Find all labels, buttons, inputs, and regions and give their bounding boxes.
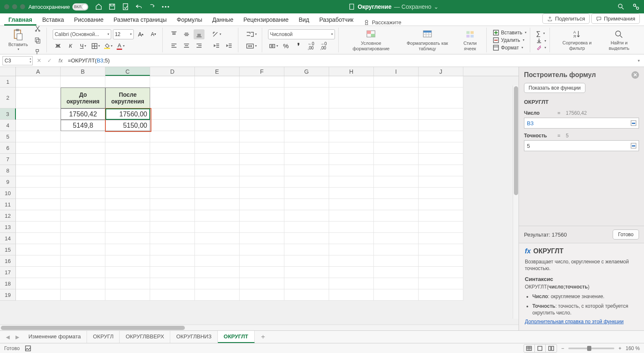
clear-icon[interactable]: ▾ bbox=[536, 44, 546, 50]
decrease-decimal-icon[interactable]: →0,00 bbox=[318, 41, 329, 51]
cell[interactable] bbox=[150, 154, 195, 165]
cell[interactable] bbox=[374, 165, 419, 176]
cell[interactable] bbox=[16, 142, 61, 154]
cell[interactable] bbox=[195, 267, 240, 278]
column-header[interactable]: C bbox=[105, 67, 150, 76]
cell[interactable] bbox=[374, 188, 419, 199]
cell[interactable] bbox=[419, 210, 463, 222]
cell[interactable] bbox=[240, 199, 284, 210]
cell[interactable] bbox=[195, 255, 240, 267]
cell[interactable] bbox=[374, 176, 419, 188]
page-layout-view-icon[interactable] bbox=[535, 345, 546, 352]
cell[interactable] bbox=[195, 199, 240, 210]
cell[interactable] bbox=[240, 244, 284, 255]
expand-formula-bar-icon[interactable]: ▾ bbox=[638, 58, 641, 63]
cell[interactable] bbox=[16, 176, 61, 188]
increase-decimal-icon[interactable]: ←0,00 bbox=[306, 41, 317, 51]
align-center-icon[interactable] bbox=[181, 41, 192, 51]
cell[interactable] bbox=[150, 188, 195, 199]
sheet-tab[interactable]: ОКРУГЛВВЕРХ bbox=[120, 331, 170, 343]
align-bottom-icon[interactable] bbox=[194, 29, 204, 39]
cell[interactable] bbox=[105, 210, 150, 222]
cell[interactable] bbox=[61, 176, 105, 188]
cell[interactable] bbox=[284, 142, 329, 154]
cell[interactable] bbox=[16, 120, 61, 131]
row-header[interactable]: 1 bbox=[0, 76, 16, 88]
row-header[interactable]: 8 bbox=[0, 165, 16, 176]
cell[interactable] bbox=[195, 76, 240, 88]
cell[interactable] bbox=[329, 289, 374, 301]
column-header[interactable]: E bbox=[195, 67, 240, 76]
cell[interactable] bbox=[284, 289, 329, 301]
row-header[interactable]: 16 bbox=[0, 255, 16, 267]
cell[interactable] bbox=[150, 255, 195, 267]
cell[interactable] bbox=[284, 88, 329, 108]
cell[interactable] bbox=[419, 244, 463, 255]
cell[interactable] bbox=[61, 188, 105, 199]
cell[interactable] bbox=[374, 222, 419, 233]
cell[interactable] bbox=[105, 142, 150, 154]
delete-cells-button[interactable]: Удалить▾ bbox=[493, 37, 526, 44]
cell[interactable] bbox=[105, 188, 150, 199]
cell-styles-button[interactable]: Стили ячеек bbox=[457, 28, 483, 52]
arg2-input[interactable]: 5 bbox=[524, 140, 639, 151]
cell[interactable] bbox=[105, 244, 150, 255]
align-left-icon[interactable] bbox=[169, 41, 179, 51]
horizontal-scrollbar[interactable] bbox=[0, 325, 519, 330]
row-header[interactable]: 5 bbox=[0, 131, 16, 142]
cell[interactable] bbox=[61, 222, 105, 233]
row-header[interactable]: 6 bbox=[0, 142, 16, 154]
column-header[interactable]: B bbox=[61, 67, 105, 76]
cell[interactable] bbox=[374, 289, 419, 301]
cell[interactable] bbox=[419, 142, 463, 154]
fill-color-icon[interactable]: ▾ bbox=[103, 41, 114, 51]
cell[interactable] bbox=[16, 278, 61, 289]
cell[interactable] bbox=[374, 267, 419, 278]
cell[interactable] bbox=[150, 278, 195, 289]
cell[interactable] bbox=[150, 108, 195, 120]
cell[interactable] bbox=[150, 142, 195, 154]
comments-button[interactable]: Примечания bbox=[591, 13, 640, 24]
cell[interactable] bbox=[16, 210, 61, 222]
formula-input[interactable]: =ОКРУГЛТ(B3;5) bbox=[68, 57, 110, 64]
sort-filter-button[interactable]: АЯ Сортировка и фильтр bbox=[556, 28, 598, 51]
undo-icon[interactable] bbox=[135, 3, 143, 10]
cell[interactable] bbox=[16, 244, 61, 255]
cell[interactable] bbox=[105, 255, 150, 267]
cell[interactable] bbox=[374, 278, 419, 289]
borders-icon[interactable]: ▾ bbox=[90, 41, 101, 51]
cell[interactable] bbox=[329, 154, 374, 165]
cell[interactable] bbox=[329, 233, 374, 244]
cell[interactable]: 5149,8 bbox=[61, 120, 105, 131]
cell[interactable] bbox=[240, 222, 284, 233]
cell[interactable] bbox=[329, 267, 374, 278]
cell[interactable] bbox=[284, 278, 329, 289]
cell[interactable] bbox=[61, 267, 105, 278]
cell[interactable] bbox=[284, 131, 329, 142]
column-headers[interactable]: ABCDEFGHIJ bbox=[0, 67, 519, 76]
increase-indent-icon[interactable] bbox=[224, 41, 235, 51]
cell[interactable] bbox=[16, 199, 61, 210]
row-header[interactable]: 4 bbox=[0, 120, 16, 131]
cell[interactable] bbox=[105, 267, 150, 278]
cell[interactable] bbox=[329, 120, 374, 131]
cell[interactable] bbox=[150, 76, 195, 88]
cell[interactable] bbox=[150, 88, 195, 108]
cell[interactable] bbox=[150, 120, 195, 131]
cell[interactable] bbox=[284, 154, 329, 165]
done-button[interactable]: Готово bbox=[613, 229, 639, 240]
cell[interactable] bbox=[240, 88, 284, 108]
cell[interactable] bbox=[105, 233, 150, 244]
name-box[interactable]: C3 ▴▾ bbox=[3, 56, 33, 65]
cell[interactable] bbox=[61, 165, 105, 176]
merge-cells-icon[interactable]: ▾ bbox=[244, 41, 258, 51]
column-header[interactable]: D bbox=[150, 67, 195, 76]
row-header[interactable]: 7 bbox=[0, 154, 16, 165]
cell[interactable]: 17560,00 bbox=[105, 108, 150, 120]
tab-home[interactable]: Главная bbox=[4, 14, 36, 26]
cell[interactable] bbox=[195, 154, 240, 165]
tab-data[interactable]: Данные bbox=[208, 14, 238, 26]
row-header[interactable]: 13 bbox=[0, 222, 16, 233]
cell[interactable] bbox=[284, 244, 329, 255]
comma-icon[interactable]: ❜ bbox=[293, 41, 304, 51]
